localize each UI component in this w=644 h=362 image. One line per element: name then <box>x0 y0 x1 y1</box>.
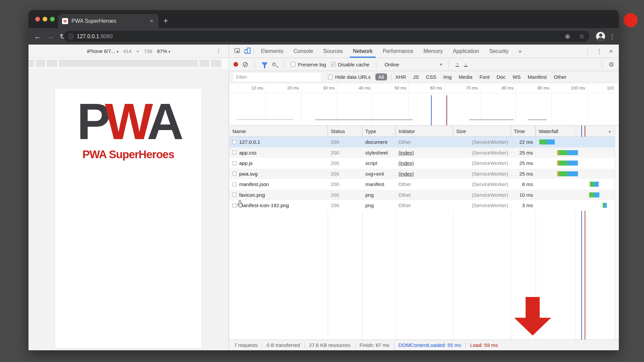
row-checkbox[interactable] <box>232 140 236 144</box>
filter-pill-all[interactable]: All <box>375 73 387 80</box>
filter-pill-doc[interactable]: Doc <box>496 74 505 80</box>
row-checkbox[interactable] <box>232 193 236 197</box>
url-omnibox[interactable]: i 127.0.0.1 :8080 ⊕ ☆ <box>64 31 589 42</box>
clear-network-log-icon[interactable] <box>243 62 248 67</box>
summary-dcl: DOMContentLoaded: 55 ms <box>394 342 466 348</box>
filter-pill-other[interactable]: Other <box>554 74 567 80</box>
device-toolbar-menu-icon[interactable]: ⋮ <box>216 48 221 55</box>
window-zoom-button[interactable] <box>50 17 55 21</box>
waterfall-segment <box>539 139 546 144</box>
hide-data-urls-checkbox[interactable] <box>328 75 333 79</box>
filter-input[interactable] <box>233 73 321 81</box>
forward-icon[interactable]: → <box>47 33 54 41</box>
browser-menu-icon[interactable]: ⋮ <box>609 33 615 41</box>
filter-pill-img[interactable]: Img <box>443 74 452 80</box>
browser-tab-active[interactable]: W PWA SuperHeroes × <box>58 14 159 28</box>
inspect-element-icon[interactable] <box>234 47 241 55</box>
request-initiator[interactable]: (index) <box>395 171 453 177</box>
request-time: 25 ms <box>511 160 536 166</box>
devtools-menu-icon[interactable]: ⋮ <box>596 48 602 55</box>
record-network-log-button[interactable] <box>233 62 238 67</box>
tab-overflow[interactable]: » <box>514 45 527 58</box>
disable-cache-toggle[interactable]: ✓ Disable cache <box>331 62 369 67</box>
waterfall-bar <box>603 203 607 208</box>
column-header-initiator[interactable]: Initiator <box>395 126 453 136</box>
filter-funnel-icon[interactable] <box>262 62 268 66</box>
filter-pill-media[interactable]: Media <box>459 74 473 80</box>
device-zoom-select[interactable]: 87% ▾ <box>157 48 170 54</box>
disable-cache-checkbox[interactable]: ✓ <box>331 62 335 67</box>
request-name: favicon.png <box>239 192 265 198</box>
request-status: 200 <box>328 139 362 145</box>
request-size: (ServiceWorker) <box>453 150 511 156</box>
timeline-tick-label: 80 ms <box>502 85 514 90</box>
request-initiator[interactable]: (index) <box>395 160 453 166</box>
filter-pill-js[interactable]: JS <box>413 74 419 80</box>
devtools-tab-network[interactable]: Network <box>348 45 378 58</box>
profile-avatar[interactable] <box>596 32 605 41</box>
divider <box>284 61 284 68</box>
summary-stat-3: Finish: 87 ms <box>355 342 394 348</box>
zoom-page-icon[interactable]: ⊕ <box>565 33 570 40</box>
new-tab-button[interactable]: + <box>163 16 168 26</box>
filter-pill-xhr[interactable]: XHR <box>395 74 406 80</box>
tab-close-icon[interactable]: × <box>149 18 155 24</box>
devtools-tab-console[interactable]: Console <box>288 45 318 58</box>
window-close-button[interactable] <box>35 17 40 21</box>
row-checkbox[interactable] <box>232 150 236 155</box>
device-width-field[interactable]: 414 <box>123 48 131 54</box>
filter-pill-css[interactable]: CSS <box>426 74 436 80</box>
hide-data-urls-toggle[interactable]: Hide data URLs <box>328 74 371 80</box>
import-har-icon[interactable]: ↑ <box>455 62 459 67</box>
network-overview-timeline[interactable]: 10 ms20 ms30 ms40 ms50 ms60 ms70 ms80 ms… <box>229 83 619 126</box>
request-row-127.0.0.1[interactable]: 127.0.0.1200documentOther(ServiceWorker)… <box>229 137 615 147</box>
column-header-waterfall[interactable]: Waterfall▲ <box>536 126 615 136</box>
device-select[interactable]: iPhone 6/7... ▾ <box>87 48 118 54</box>
preserve-log-toggle[interactable]: Preserve log <box>291 62 326 67</box>
device-height-field[interactable]: 736 <box>144 48 152 54</box>
request-row-manifest.json[interactable]: manifest.json200manifestOther(ServiceWor… <box>229 179 615 190</box>
row-checkbox[interactable] <box>232 172 236 176</box>
bookmark-star-icon[interactable]: ☆ <box>579 33 585 40</box>
request-row-favicon.png[interactable]: favicon.png200pngOther(ServiceWorker)10 … <box>229 190 615 200</box>
request-initiator[interactable]: (index) <box>395 150 453 156</box>
page-info-icon[interactable]: i <box>68 34 73 39</box>
row-checkbox[interactable] <box>232 182 236 186</box>
back-icon[interactable]: ← <box>34 33 41 41</box>
devtools-tab-performance[interactable]: Performance <box>378 45 419 58</box>
devtools-tab-security[interactable]: Security <box>484 45 514 58</box>
scrollbar-gutter[interactable] <box>615 126 619 341</box>
column-header-name[interactable]: Name <box>229 126 328 136</box>
column-header-status[interactable]: Status <box>328 126 362 136</box>
filter-pill-font[interactable]: Font <box>479 74 489 80</box>
request-row-app.js[interactable]: app.js200script(index)(ServiceWorker)25 … <box>229 158 615 169</box>
devtools-tab-memory[interactable]: Memory <box>418 45 448 58</box>
settings-gear-icon[interactable]: ⚙ <box>608 61 614 68</box>
export-har-icon[interactable]: ↓ <box>464 62 468 67</box>
filter-pill-manifest[interactable]: Manifest <box>528 74 547 80</box>
window-minimize-button[interactable] <box>43 17 47 21</box>
device-page-screen[interactable]: PWA PWA SuperHeroes <box>55 88 202 348</box>
request-status: 200 <box>328 160 362 166</box>
row-checkbox[interactable] <box>232 161 236 165</box>
column-header-type[interactable]: Type <box>362 126 395 136</box>
devtools-tab-elements[interactable]: Elements <box>256 45 288 58</box>
row-checkbox[interactable] <box>232 203 236 207</box>
divider <box>254 48 254 55</box>
toggle-device-toolbar-icon[interactable] <box>244 47 252 55</box>
throttling-select[interactable]: Online ▾ <box>383 62 442 67</box>
filter-pill-ws[interactable]: WS <box>513 74 521 80</box>
request-row-manifest-icon-192.png[interactable]: manifest-icon-192.png200pngOther(Service… <box>229 200 615 211</box>
preserve-log-checkbox[interactable] <box>291 62 296 67</box>
devtools-tab-sources[interactable]: Sources <box>318 45 348 58</box>
column-header-size[interactable]: Size <box>453 126 511 136</box>
search-icon[interactable] <box>272 63 276 66</box>
column-header-time[interactable]: Time <box>511 126 536 136</box>
devtools-tab-application[interactable]: Application <box>448 45 484 58</box>
timeline-gridline <box>516 83 516 125</box>
request-row-pwa.svg[interactable]: pwa.svg200svg+xml(index)(ServiceWorker)2… <box>229 169 615 179</box>
devtools-close-icon[interactable]: × <box>609 48 613 55</box>
timeline-tick-label: 90 ms <box>537 85 549 90</box>
request-row-app.css[interactable]: app.css200stylesheet(index)(ServiceWorke… <box>229 147 615 158</box>
network-summary-bar: 7 requests0 B transferred27.6 KB resourc… <box>229 340 619 350</box>
